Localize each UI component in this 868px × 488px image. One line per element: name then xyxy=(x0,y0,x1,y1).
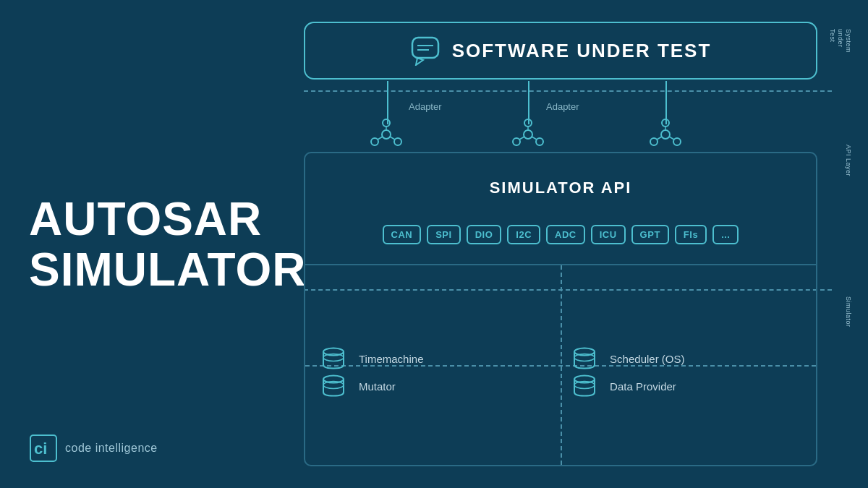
adapter-label-1: Adapter xyxy=(409,101,442,112)
svg-point-15 xyxy=(536,138,543,145)
svg-line-25 xyxy=(657,137,662,140)
db-label-data-provider: Data Provider xyxy=(610,380,676,392)
badge-gpt: GPT xyxy=(631,225,669,244)
svg-line-26 xyxy=(669,137,674,140)
sim-api-section: SIMULATOR API CAN SPI DIO I2C ADC ICU GP… xyxy=(305,153,816,265)
badge-i2c: I2C xyxy=(507,225,540,244)
svg-line-11 xyxy=(378,137,383,140)
diagram-area: SystemunderTest API Layer Simulator SOFT… xyxy=(260,14,854,474)
svg-point-16 xyxy=(524,130,532,139)
db-icon-scheduler xyxy=(571,345,598,372)
side-label-system: SystemunderTest xyxy=(829,29,852,53)
svg-point-23 xyxy=(661,130,670,139)
simulator-block: SIMULATOR API CAN SPI DIO I2C ADC ICU GP… xyxy=(304,152,817,466)
badge-can: CAN xyxy=(383,225,422,244)
logo-text: code intelligence xyxy=(65,442,158,455)
dashed-line-sut xyxy=(304,90,832,92)
badge-dio: DIO xyxy=(467,225,502,244)
ci-logo-icon: ci xyxy=(29,434,58,463)
svg-point-8 xyxy=(394,138,401,145)
badge-adc: ADC xyxy=(546,225,585,244)
sut-box: SOFTWARE UNDER TEST xyxy=(304,22,817,80)
adapter-label-2: Adapter xyxy=(546,101,579,112)
logo-area: ci code intelligence xyxy=(29,434,158,463)
badge-fls: FIs xyxy=(675,225,707,244)
db-label-timemachine: Timemachine xyxy=(359,352,423,364)
sim-bottom: Timemachine Scheduler (OS) Mutator xyxy=(305,265,816,465)
svg-point-6 xyxy=(383,119,390,127)
db-mutator: Mutator xyxy=(320,372,550,400)
left-panel: AUTOSAR SIMULATOR xyxy=(29,193,231,295)
db-icon-data-provider xyxy=(571,372,598,400)
svg-point-14 xyxy=(513,138,520,145)
svg-point-22 xyxy=(673,138,681,145)
svg-point-20 xyxy=(662,119,669,127)
db-label-scheduler: Scheduler (OS) xyxy=(610,352,684,364)
svg-text:ci: ci xyxy=(34,440,47,458)
svg-point-7 xyxy=(371,138,378,145)
db-data-provider: Data Provider xyxy=(571,372,801,400)
svg-marker-3 xyxy=(416,58,423,65)
badge-spi: SPI xyxy=(427,225,460,244)
network-icon-right xyxy=(647,116,684,153)
db-label-mutator: Mutator xyxy=(359,380,396,392)
db-timemachine: Timemachine xyxy=(320,345,550,372)
main-title: AUTOSAR SIMULATOR xyxy=(29,193,231,295)
svg-point-21 xyxy=(650,138,658,145)
sut-icon xyxy=(410,35,441,66)
side-label-simulator: Simulator xyxy=(845,296,852,328)
db-scheduler: Scheduler (OS) xyxy=(571,345,801,372)
svg-rect-2 xyxy=(412,38,438,58)
badge-icu: ICU xyxy=(591,225,626,244)
sut-title: SOFTWARE UNDER TEST xyxy=(452,40,712,62)
db-icon-timemachine xyxy=(320,345,347,372)
svg-line-12 xyxy=(390,137,395,140)
protocol-badges: CAN SPI DIO I2C ADC ICU GPT FIs ... xyxy=(383,225,739,244)
side-label-api: API Layer xyxy=(845,145,852,176)
svg-line-19 xyxy=(532,137,537,140)
svg-point-13 xyxy=(524,119,532,127)
network-icon-mid xyxy=(509,116,547,153)
sim-api-title: SIMULATOR API xyxy=(490,179,632,197)
badge-more: ... xyxy=(712,225,739,244)
db-icon-mutator xyxy=(320,372,347,400)
svg-point-9 xyxy=(382,130,391,139)
network-icon-left xyxy=(367,116,405,153)
svg-line-18 xyxy=(519,137,524,140)
